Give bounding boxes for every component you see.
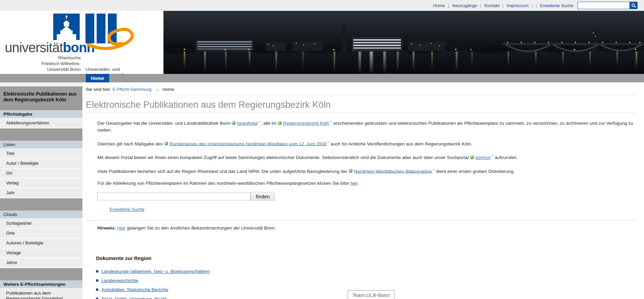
- sidebar-header-clouds[interactable]: Clouds: [0, 211, 82, 219]
- content-link-nordrhein-westfälischen-bibliographie[interactable]: Nordrhein-Westfälischen Bibliographie: [354, 168, 432, 174]
- region-heading: Dokumente zur Region: [96, 255, 644, 261]
- advanced-search-link[interactable]: Erweiterte Suche: [110, 207, 144, 212]
- university-caption-line: Friedrich-Wilhelms-: [0, 61, 81, 66]
- content-link-beauftragt[interactable]: beauftragt: [237, 121, 258, 126]
- ulb-logo[interactable]: [85, 14, 136, 52]
- page: Home|Neuzugänge|Kontakt|Impressum||Erwei…: [0, 0, 644, 299]
- breadcrumb-current: Home: [162, 87, 174, 92]
- nav-separator: |: [480, 3, 481, 8]
- team-ulb-bonn-badge[interactable]: Team.ULB-Bonn: [348, 290, 394, 299]
- top-nav-erweiterte-suche[interactable]: Erweiterte Suche: [540, 3, 573, 8]
- top-nav-neuzugänge[interactable]: Neuzugänge: [452, 3, 477, 8]
- region-list-item: Landeskunde (allgemein. Geo- u. Biowisse…: [96, 269, 644, 274]
- bold-text: Hinweis: [97, 225, 115, 231]
- sidebar-item-jahre[interactable]: Jahre: [0, 258, 82, 268]
- top-search-button[interactable]: [629, 2, 638, 9]
- top-nav-home[interactable]: Home: [433, 3, 445, 8]
- bullet-icon: [96, 270, 98, 273]
- sidebar-item-verlag[interactable]: Verlag: [0, 179, 82, 188]
- top-nav-impressum[interactable]: Impressum: [507, 3, 528, 8]
- tab-home[interactable]: Home: [86, 74, 109, 82]
- divider: [86, 220, 636, 221]
- breadcrumb-arrow-icon: →: [155, 87, 159, 92]
- top-utility-bar: Home|Neuzugänge|Kontakt|Impressum||Erwei…: [0, 0, 644, 11]
- intro-paragraph: Der Gesetzgeber hat die Universitäts- un…: [97, 118, 634, 134]
- page-title: Elektronische Publikationen aus dem Regi…: [86, 100, 636, 113]
- top-nav-kontakt[interactable]: Kontakt: [484, 3, 499, 8]
- region-link-landesgeschichte[interactable]: Landesgeschichte: [101, 278, 138, 283]
- breadcrumb: Sie sind hier: E-Pflicht-Sammlung → Home: [86, 82, 636, 95]
- sidebar-section: CloudsSchlagwörterOrteAutoren / Beteilig…: [0, 211, 82, 268]
- sidebar-section: Weitere E-PflichtsammlungenPublikationen…: [0, 280, 82, 299]
- sidebar-item-autoren-beteiligte[interactable]: Autoren / Beteiligte: [0, 239, 82, 248]
- content-link-regierungsbezirk-köln[interactable]: Regierungsbezirk Köln: [283, 121, 329, 126]
- magnifier-icon: [631, 3, 636, 8]
- branding-row: universitätbonn RheinischeFriedrich-Wilh…: [0, 11, 644, 74]
- nav-separator: |: [536, 3, 537, 8]
- external-link-icon: ↗: [432, 168, 435, 172]
- sidebar-header-weitere-e-pflichtsammlungen[interactable]: Weitere E-Pflichtsammlungen: [0, 280, 82, 289]
- external-link-icon: ↗: [330, 120, 332, 123]
- sidebar-item-schlagwörter[interactable]: Schlagwörter: [0, 219, 82, 229]
- university-caption: RheinischeFriedrich-Wilhelms-Universität…: [0, 55, 81, 72]
- intro-paragraph: Für die Ablieferung von Pflichtexemplare…: [97, 180, 634, 187]
- university-wordmark: universitätbonn: [5, 41, 95, 54]
- sidebar-section: ListenTitelAutor / BeteiligteOrtVerlagJa…: [0, 141, 82, 198]
- sidebar-item-ort[interactable]: Ort: [0, 169, 82, 179]
- globe-icon: [349, 169, 353, 173]
- sidebar-header-pflichtabgabe[interactable]: Pflichtabgabe: [0, 110, 82, 119]
- main-content: Sie sind hier: E-Pflicht-Sammlung → Home…: [82, 82, 644, 299]
- sidebar-title: Elektronische Publikationen aus dem Regi…: [3, 91, 79, 103]
- sidebar-header-listen[interactable]: Listen: [0, 141, 82, 149]
- content-link-bonnus[interactable]: bonnus: [475, 155, 490, 160]
- sidebar-item-jahr[interactable]: Jahr: [0, 188, 82, 198]
- content-link-runderlasses-des-innenministeriums-nordrhe[interactable]: Runderlasses des Innenministeriums Nordr…: [170, 141, 327, 146]
- sidebar-item-publikationen-aus-dem-regierungsbezirk-düs[interactable]: Publikationen aus dem Regierungsbezirk D…: [0, 289, 82, 299]
- search-input[interactable]: [97, 192, 251, 200]
- bullet-icon: [96, 298, 98, 299]
- sidebar-item-autor-beteiligte[interactable]: Autor / Beteiligte: [0, 159, 82, 169]
- tab-bar: Home: [0, 74, 644, 82]
- intro-paragraphs: Der Gesetzgeber hat die Universitäts- un…: [97, 118, 634, 187]
- external-link-icon: ↗: [327, 141, 329, 144]
- library-caption-line: Universitäts- und: [85, 66, 132, 72]
- globe-icon: [232, 121, 236, 125]
- sidebar: Elektronische Publikationen aus dem Regi…: [0, 82, 82, 299]
- region-list-item: Landesgeschichte: [96, 278, 644, 283]
- intro-paragraph: Gleiches gilt nach Maßgabe des Runderlas…: [97, 139, 634, 147]
- bonn-skyline-photo: [163, 11, 644, 74]
- sidebar-item-titel[interactable]: Titel: [0, 149, 82, 159]
- sidebar-sections: PflichtabgabeAblieferungsverfahrenListen…: [0, 110, 82, 299]
- nav-separator: |: [503, 3, 504, 8]
- sidebar-section: PflichtabgabeAblieferungsverfahren: [0, 110, 82, 128]
- sidebar-item-orte[interactable]: Orte: [0, 229, 82, 239]
- breadcrumb-link-epflicht[interactable]: E-Pflicht-Sammlung: [113, 87, 152, 92]
- top-search-input[interactable]: [578, 2, 629, 9]
- wordmark-gray: universität: [5, 40, 63, 55]
- region-link-amtsblätter-statistische-berichte[interactable]: Amtsblätter. Statistische Berichte: [101, 287, 168, 292]
- sidebar-top-strip: [0, 82, 82, 86]
- hinweis-note: Hinweis: Hier gelangen Sie zu den Amtlic…: [97, 225, 634, 232]
- university-caption-line: Universität Bonn: [0, 66, 81, 72]
- globe-icon: [278, 121, 282, 125]
- external-link-icon: ↗: [258, 120, 261, 123]
- search-form: finden: [97, 192, 644, 201]
- italic-text: Amtlichen Bekanntmachungen der Universit…: [170, 225, 275, 231]
- content-link-hier[interactable]: hier: [350, 181, 358, 186]
- globe-icon: [470, 155, 474, 159]
- university-caption-line: Rheinische: [0, 55, 81, 61]
- region-link-staat-politik-verwaltung-recht[interactable]: Staat. Politik. Verwaltung. Recht: [101, 296, 167, 299]
- logo-block: universitätbonn RheinischeFriedrich-Wilh…: [0, 11, 163, 74]
- sidebar-item-verlage[interactable]: Verlage: [0, 248, 82, 258]
- breadcrumb-prefix: Sie sind hier:: [86, 87, 111, 92]
- intro-paragraph: Viele Publikationen beziehen sich auf di…: [97, 166, 634, 175]
- finden-button[interactable]: finden: [251, 192, 275, 201]
- nav-separator: |: [531, 3, 532, 8]
- top-search: [578, 2, 638, 9]
- external-link-icon: ↗: [491, 154, 493, 158]
- uni-bonn-logo[interactable]: [53, 14, 80, 40]
- content-link-hier[interactable]: Hier: [117, 225, 126, 231]
- top-nav: Home|Neuzugänge|Kontakt|Impressum||Erwei…: [433, 3, 573, 8]
- sidebar-item-ablieferungsverfahren[interactable]: Ablieferungsverfahren: [0, 119, 82, 128]
- region-link-landeskunde-allgemein-geo-u-biowissenschaf[interactable]: Landeskunde (allgemein. Geo- u. Biowisse…: [101, 269, 210, 274]
